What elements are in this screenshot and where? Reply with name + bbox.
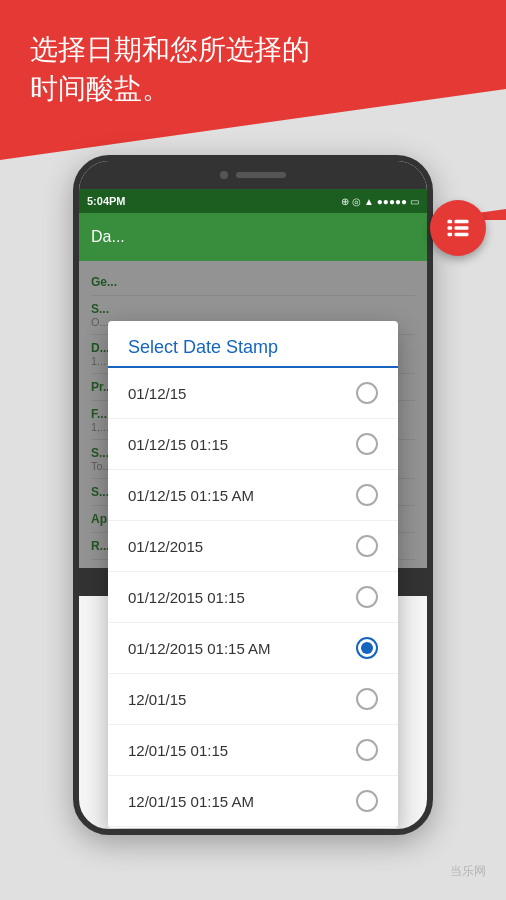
- svg-rect-2: [448, 226, 453, 230]
- status-bar: 5:04PM ⊕ ◎ ▲ ●●●●● ▭: [79, 189, 427, 213]
- radio-button[interactable]: [356, 586, 378, 608]
- signal-bars: ●●●●●: [377, 196, 407, 207]
- dialog-item-label: 12/01/15: [128, 691, 186, 708]
- radio-button[interactable]: [356, 382, 378, 404]
- phone-mockup: 5:04PM ⊕ ◎ ▲ ●●●●● ▭ Da... Ge... S... O.…: [73, 155, 433, 835]
- front-camera: [220, 171, 228, 179]
- fab-button[interactable]: [430, 200, 486, 256]
- dialog-item[interactable]: 12/01/2015: [108, 827, 398, 828]
- list-icon: [444, 214, 472, 242]
- radio-button[interactable]: [356, 637, 378, 659]
- phone-top-bar: [79, 161, 427, 189]
- radio-button[interactable]: [356, 535, 378, 557]
- dialog-item-label: 12/01/15 01:15: [128, 742, 228, 759]
- dialog-item[interactable]: 01/12/15 01:15 AM: [108, 470, 398, 521]
- power-button: [431, 301, 433, 336]
- battery-icon: ▭: [410, 196, 419, 207]
- dialog-item[interactable]: 12/01/15 01:15: [108, 725, 398, 776]
- wifi-icon: ▲: [364, 196, 374, 207]
- watermark: 当乐网: [450, 863, 486, 880]
- svg-rect-4: [448, 233, 453, 237]
- dialog-item-label: 01/12/15 01:15 AM: [128, 487, 254, 504]
- dialog-item[interactable]: 12/01/15: [108, 674, 398, 725]
- dialog-item[interactable]: 01/12/2015 01:15 AM: [108, 623, 398, 674]
- dialog-item[interactable]: 01/12/2015: [108, 521, 398, 572]
- radio-button[interactable]: [356, 790, 378, 812]
- app-bar-title: Da...: [91, 228, 125, 246]
- earpiece: [236, 172, 286, 178]
- volume-button: [73, 281, 75, 331]
- status-icons: ⊕ ◎ ▲ ●●●●● ▭: [341, 196, 419, 207]
- dialog-item-label: 01/12/2015: [128, 538, 203, 555]
- svg-rect-3: [455, 226, 469, 230]
- date-stamp-dialog: Select Date Stamp 01/12/1501/12/15 01:15…: [108, 321, 398, 828]
- svg-rect-5: [455, 233, 469, 237]
- sync-icon: ◎: [352, 196, 361, 207]
- dialog-item[interactable]: 12/01/15 01:15 AM: [108, 776, 398, 827]
- radio-button[interactable]: [356, 739, 378, 761]
- app-content: Ge... S... O... D... 1... Pr... F... 1,.…: [79, 261, 427, 568]
- dialog-item-label: 12/01/15 01:15 AM: [128, 793, 254, 810]
- dialog-overlay: Select Date Stamp 01/12/1501/12/15 01:15…: [79, 261, 427, 568]
- dialog-item[interactable]: 01/12/2015 01:15: [108, 572, 398, 623]
- svg-rect-0: [448, 220, 453, 224]
- dialog-list[interactable]: 01/12/1501/12/15 01:1501/12/15 01:15 AM0…: [108, 368, 398, 828]
- status-time: 5:04PM: [87, 195, 126, 207]
- dialog-item[interactable]: 01/12/15: [108, 368, 398, 419]
- app-bar: Da...: [79, 213, 427, 261]
- radio-button[interactable]: [356, 688, 378, 710]
- dialog-item[interactable]: 01/12/15 01:15: [108, 419, 398, 470]
- radio-button[interactable]: [356, 484, 378, 506]
- alarm-icon: ⊕: [341, 196, 349, 207]
- dialog-item-label: 01/12/15 01:15: [128, 436, 228, 453]
- radio-button[interactable]: [356, 433, 378, 455]
- svg-rect-1: [455, 220, 469, 224]
- hero-text: 选择日期和您所选择的 时间酸盐。: [30, 30, 330, 108]
- dialog-item-label: 01/12/2015 01:15: [128, 589, 245, 606]
- dialog-title: Select Date Stamp: [108, 321, 398, 368]
- dialog-item-label: 01/12/2015 01:15 AM: [128, 640, 271, 657]
- dialog-item-label: 01/12/15: [128, 385, 186, 402]
